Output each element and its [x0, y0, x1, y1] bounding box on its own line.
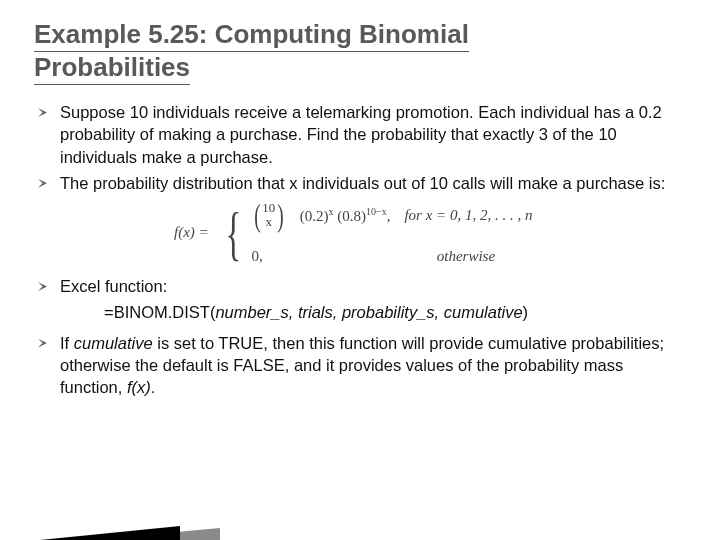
case-1: ( 10 x ) (0.2)x (0.8)10−x, for x = 0, 1,… [252, 200, 533, 230]
bullet-3-text: Excel function: [60, 277, 167, 295]
bullet-4-pre: If [60, 334, 74, 352]
bullet-3: Excel function: [34, 275, 686, 297]
slide-title: Example 5.25: Computing Binomial Probabi… [34, 18, 686, 83]
bullet-4: If cumulative is set to TRUE, then this … [34, 332, 686, 399]
excel-function: =BINOM.DIST(number_s, trials, probabilit… [104, 301, 686, 323]
wedge-front [0, 526, 180, 540]
case-1-cond: for x = 0, 1, 2, . . . , n [404, 207, 532, 224]
decorative-wedge [0, 480, 240, 540]
formula: f(x) = { ( 10 x ) (0.2)x (0.8)10−x, for … [174, 200, 686, 265]
title-line-1: Example 5.25: Computing Binomial [34, 19, 469, 52]
body-list-2: Excel function: [34, 275, 686, 297]
body-list: Suppose 10 individuals receive a telemar… [34, 101, 686, 194]
brace-icon: { [225, 203, 241, 263]
slide: Example 5.25: Computing Binomial Probabi… [0, 0, 720, 540]
body-list-3: If cumulative is set to TRUE, then this … [34, 332, 686, 399]
binom-top: 10 [262, 201, 275, 215]
excel-suffix: ) [523, 303, 529, 321]
case-2-cond: otherwise [437, 248, 495, 265]
excel-prefix: =BINOM.DIST( [104, 303, 215, 321]
binom-bot: x [262, 215, 275, 229]
bullet-4-ital2: f(x) [127, 378, 151, 396]
formula-cases: ( 10 x ) (0.2)x (0.8)10−x, for x = 0, 1,… [252, 200, 533, 265]
bullet-1: Suppose 10 individuals receive a telemar… [34, 101, 686, 168]
case-2: 0, otherwise [252, 248, 533, 265]
bullet-1-text: Suppose 10 individuals receive a telemar… [60, 103, 662, 166]
bullet-4-ital: cumulative [74, 334, 153, 352]
binom-coeff: ( 10 x ) [252, 200, 286, 230]
bullet-2-text: The probability distribution that x indi… [60, 174, 665, 192]
case-2-zero: 0, [252, 248, 263, 265]
wedge-back [0, 528, 220, 540]
term-1: (0.2)x (0.8)10−x, [300, 206, 391, 225]
title-line-2: Probabilities [34, 52, 190, 85]
formula-lhs: f(x) = [174, 224, 209, 241]
bullet-4-end: . [151, 378, 156, 396]
bullet-2: The probability distribution that x indi… [34, 172, 686, 194]
excel-args: number_s, trials, probability_s, cumulat… [215, 303, 522, 321]
